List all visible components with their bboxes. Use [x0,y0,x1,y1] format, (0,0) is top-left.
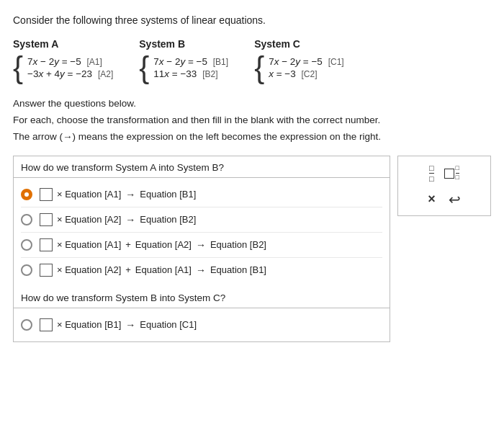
intro-text: Consider the following three systems of … [13,13,491,28]
eq-b1-label: [B1] [213,57,228,67]
instruction-line2: For each, choose the transformation and … [13,112,491,129]
radio-1a[interactable] [21,189,32,200]
option-1b[interactable]: × Equation [A2] → Equation [B2] [21,207,382,233]
mixed-frac-num: □ [456,165,459,172]
brace-c: { [254,53,264,83]
option-1c[interactable]: × Equation [A1] + Equation [A2] → Equati… [21,233,382,258]
arrow-1a: → [125,189,135,200]
fraction-icon[interactable]: □ □ [429,164,434,184]
opt1d-part1: × Equation [A2] [57,264,121,275]
number-box-2a[interactable] [40,318,53,331]
eq-c2-label: [C2] [301,69,317,79]
eq-b2-label: [B2] [202,69,217,79]
system-a-equations: { 7x − 2y = −5 [A1] −3x + 4y = −23 [A2] [13,53,113,83]
option-2a-text: × Equation [B1] → Equation [C1] [40,318,197,331]
option-2a[interactable]: × Equation [B1] → Equation [C1] [21,313,382,337]
brace-b: { [139,53,149,83]
option-1b-text: × Equation [A2] → Equation [B2] [40,213,196,226]
system-b-title: System B [139,38,185,50]
eq-c1-text: 7x − 2y = −5 [269,56,323,67]
question2-title: How do we transform System B into System… [14,287,390,308]
frac-numerator: □ [429,164,434,172]
radio-1b[interactable] [21,214,32,225]
question-box: How do we transform System A into System… [13,156,390,342]
opt1c-part3: Equation [B2] [210,239,266,250]
opt1c-plus: + [125,239,131,250]
main-area: How do we transform System A into System… [13,156,491,342]
eq-a2-text: −3x + 4y = −23 [27,68,92,79]
arrow-2a: → [125,319,135,331]
opt1a-part2: Equation [B1] [140,189,196,200]
eq-b2-text: 11x = −33 [153,68,197,79]
opt2a-part1: × Equation [B1] [57,319,121,330]
option-1d-text: × Equation [A2] + Equation [A1] → Equati… [40,264,266,277]
opt1c-part2: Equation [A2] [135,239,192,250]
radio-2a[interactable] [21,319,32,331]
toolbar-top-row: □ □ □ □ [404,164,485,184]
opt1d-plus: + [125,264,131,275]
system-c-block: System C { 7x − 2y = −5 [C1] x = −3 [C2] [254,38,344,83]
system-c-equations: { 7x − 2y = −5 [C1] x = −3 [C2] [254,53,344,83]
eq-a1-text: 7x − 2y = −5 [27,56,81,67]
toolbar: □ □ □ □ × ↩ [397,156,491,216]
arrow-1b: → [125,214,135,225]
toolbar-bottom-row: × ↩ [404,191,485,208]
arrow-1c: → [196,239,206,251]
equation-b1: 7x − 2y = −5 [B1] [153,56,228,67]
opt2a-part2: Equation [C1] [140,319,197,330]
equation-b2: 11x = −33 [B2] [153,68,228,79]
eq-a1-label: [A1] [87,57,102,67]
option-1c-text: × Equation [A1] + Equation [A2] → Equati… [40,238,266,251]
opt1b-part1: × Equation [A2] [57,214,121,225]
eq-b1-text: 7x − 2y = −5 [153,56,207,67]
instruction-line3: The arrow (→) means the expression on th… [13,129,491,146]
arrow-1d: → [196,264,206,276]
radio-1d[interactable] [21,264,32,276]
number-box-1c[interactable] [40,238,53,251]
equation-c2: x = −3 [C2] [269,68,343,79]
opt1d-part3: Equation [B1] [210,264,266,275]
option-1d[interactable]: × Equation [A2] + Equation [A1] → Equati… [21,258,382,282]
opt1d-part2: Equation [A1] [135,264,192,275]
systems-row: System A { 7x − 2y = −5 [A1] −3x + 4y = … [13,38,491,83]
opt1b-part2: Equation [B2] [140,214,196,225]
frac-bar [429,173,434,174]
mixed-frac-part: □ □ [456,165,459,182]
radio-1c[interactable] [21,239,32,251]
equation-c1: 7x − 2y = −5 [C1] [269,56,343,67]
mixed-fraction-icon[interactable]: □ □ [444,165,459,182]
undo-button[interactable]: ↩ [449,191,461,208]
number-box-1b[interactable] [40,213,53,226]
equation-a2: −3x + 4y = −23 [A2] [27,68,113,79]
system-b-list: 7x − 2y = −5 [B1] 11x = −33 [B2] [153,56,228,79]
number-box-1d[interactable] [40,264,53,277]
option-1a[interactable]: × Equation [A1] → Equation [B1] [21,182,382,207]
system-a-title: System A [13,38,58,50]
question2-options: × Equation [B1] → Equation [C1] [14,308,390,341]
eq-a2-label: [A2] [98,69,113,79]
question1-options: × Equation [A1] → Equation [B1] × Equati… [14,178,390,287]
system-c-list: 7x − 2y = −5 [C1] x = −3 [C2] [269,56,343,79]
system-a-list: 7x − 2y = −5 [A1] −3x + 4y = −23 [A2] [27,56,113,79]
instruction-line1: Answer the questions below. [13,96,491,112]
system-b-block: System B { 7x − 2y = −5 [B1] 11x = −33 [… [139,38,228,83]
number-box-1a[interactable] [40,188,53,201]
eq-c2-text: x = −3 [269,68,296,79]
equation-a1: 7x − 2y = −5 [A1] [27,56,113,67]
opt1c-part1: × Equation [A1] [57,239,121,250]
eq-c1-label: [C1] [328,57,344,67]
mixed-frac-den: □ [456,174,459,182]
system-c-title: System C [254,38,300,50]
system-b-equations: { 7x − 2y = −5 [B1] 11x = −33 [B2] [139,53,228,83]
system-a-block: System A { 7x − 2y = −5 [A1] −3x + 4y = … [13,38,113,83]
frac-denominator: □ [429,174,434,183]
answer-instructions: Answer the questions below. For each, ch… [13,96,491,146]
brace-a: { [13,53,23,83]
clear-button[interactable]: × [428,192,436,207]
mixed-whole-box [444,169,454,179]
question1-title: How do we transform System A into System… [14,156,390,178]
option-1a-text: × Equation [A1] → Equation [B1] [40,188,196,201]
arrow-symbol: → [63,131,73,142]
opt1a-part1: × Equation [A1] [57,189,121,200]
